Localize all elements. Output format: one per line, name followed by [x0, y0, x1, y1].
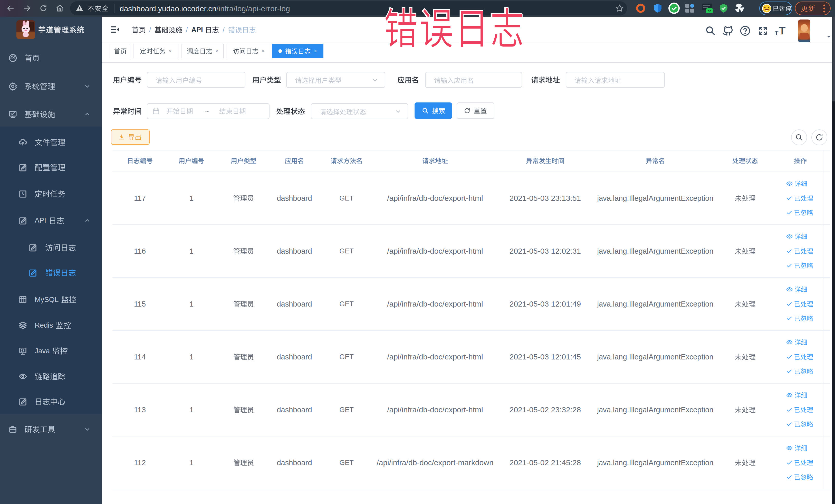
svg-text:on: on [708, 9, 712, 13]
